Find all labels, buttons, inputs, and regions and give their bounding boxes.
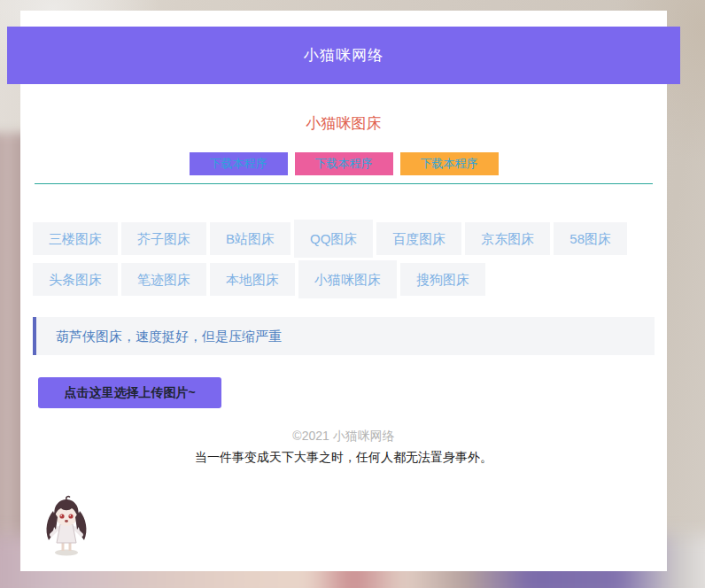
tab-bilibili[interactable]: B站图床 [210,222,291,255]
tab-biji[interactable]: 笔迹图床 [121,263,206,296]
page-title: 小猫咪图床 [20,116,667,131]
tab-58[interactable]: 58图床 [554,222,627,255]
tab-baidu[interactable]: 百度图床 [376,222,461,255]
tab-xiaomaomi[interactable]: 小猫咪图床 [298,260,397,298]
tab-sogou[interactable]: 搜狗图床 [400,263,485,296]
mascot-chibi-girl-icon[interactable] [40,495,93,557]
site-header: 小猫咪网络 [7,27,680,84]
tab-toutiao[interactable]: 头条图床 [33,263,118,296]
main-card: 小猫咪网络 小猫咪图床 下载本程序下载本程序下载本程序 三楼图床芥子图床B站图床… [20,11,667,571]
notice-text: 葫芦侠图床，速度挺好，但是压缩严重 [56,329,282,344]
quote: 当一件事变成天下大事之时，任何人都无法置身事外。 [20,450,667,466]
tab-qq[interactable]: QQ图床 [294,220,373,258]
download-button-purple[interactable]: 下载本程序 [190,152,288,175]
notice-bar: 葫芦侠图床，速度挺好，但是压缩严重 [33,317,655,355]
tab-bendi[interactable]: 本地图床 [210,263,295,296]
tab-jiezi[interactable]: 芥子图床 [121,222,206,255]
download-buttons-row: 下载本程序下载本程序下载本程序 [20,152,667,175]
tab-sanlou[interactable]: 三楼图床 [33,222,118,255]
upload-button[interactable]: 点击这里选择上传图片~ [38,377,221,408]
image-host-tabs: 三楼图床芥子图床B站图床QQ图床百度图床京东图床58图床头条图床笔迹图床本地图床… [33,220,655,298]
site-header-title: 小猫咪网络 [304,45,383,66]
download-button-orange[interactable]: 下载本程序 [400,152,499,175]
download-button-pink[interactable]: 下载本程序 [295,152,393,175]
divider-line [35,183,653,184]
copyright: ©2021 小猫咪网络 [20,429,667,445]
tab-jingdong[interactable]: 京东图床 [465,222,550,255]
